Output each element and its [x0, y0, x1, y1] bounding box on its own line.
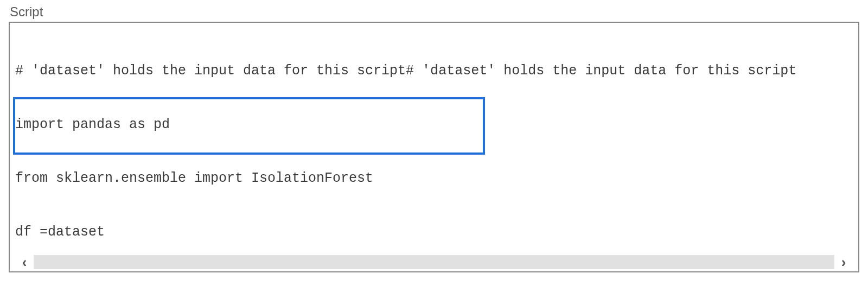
- code-area[interactable]: # 'dataset' holds the input data for thi…: [10, 23, 858, 255]
- script-editor[interactable]: # 'dataset' holds the input data for thi…: [9, 22, 859, 272]
- code-line[interactable]: from sklearn.ensemble import IsolationFo…: [15, 169, 853, 187]
- code-line[interactable]: import pandas as pd: [15, 116, 853, 134]
- script-label: Script: [9, 4, 859, 20]
- scroll-left-arrow-icon[interactable]: ‹: [16, 255, 33, 269]
- scroll-right-arrow-icon[interactable]: ›: [835, 255, 852, 269]
- code-line[interactable]: # 'dataset' holds the input data for thi…: [15, 62, 853, 80]
- horizontal-scrollbar[interactable]: ‹ ›: [16, 255, 852, 269]
- scroll-track[interactable]: [34, 255, 834, 269]
- code-line[interactable]: df =dataset: [15, 223, 853, 241]
